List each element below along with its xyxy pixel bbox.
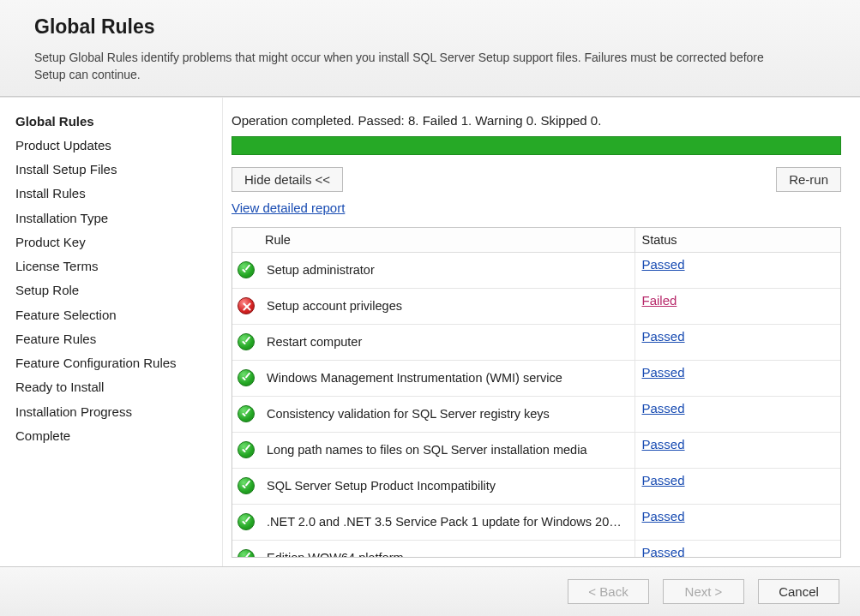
check-icon bbox=[238, 405, 255, 422]
rules-table-header-status: Status bbox=[634, 228, 840, 253]
table-row: Setup administratorPassed bbox=[232, 252, 840, 288]
rule-status-link[interactable]: Passed bbox=[642, 329, 685, 344]
sidebar-item[interactable]: Setup Role bbox=[15, 282, 213, 299]
rule-status-link[interactable]: Passed bbox=[642, 509, 685, 523]
progress-bar bbox=[232, 136, 841, 155]
operation-status: Operation completed. Passed: 8. Failed 1… bbox=[232, 113, 841, 128]
rule-status-link[interactable]: Passed bbox=[642, 437, 685, 452]
page-title: Global Rules bbox=[34, 15, 826, 39]
rule-status-cell: Passed bbox=[634, 396, 840, 432]
rule-status-cell: Passed bbox=[634, 540, 840, 558]
sidebar-item[interactable]: Product Updates bbox=[15, 137, 213, 154]
main-panel: Operation completed. Passed: 8. Failed 1… bbox=[223, 98, 860, 566]
sidebar-item[interactable]: Installation Type bbox=[15, 210, 213, 227]
rule-name-cell: Consistency validation for SQL Server re… bbox=[260, 396, 634, 432]
rule-status-icon-cell bbox=[232, 252, 260, 288]
check-icon bbox=[238, 333, 255, 350]
table-row: Long path names to files on SQL Server i… bbox=[232, 432, 840, 468]
hide-details-button[interactable]: Hide details << bbox=[232, 167, 343, 192]
rule-status-link[interactable]: Passed bbox=[642, 257, 685, 272]
error-icon bbox=[238, 297, 255, 314]
rule-status-icon-cell bbox=[232, 432, 260, 468]
table-row: Edition WOW64 platformPassed bbox=[232, 540, 840, 558]
footer: < Back Next > Cancel bbox=[0, 566, 860, 616]
back-button[interactable]: < Back bbox=[568, 579, 649, 604]
view-detailed-report-link[interactable]: View detailed report bbox=[232, 200, 841, 215]
rules-table-header-icon bbox=[232, 228, 260, 253]
table-row: Setup account privilegesFailed bbox=[232, 288, 840, 324]
rule-status-icon-cell bbox=[232, 396, 260, 432]
check-icon bbox=[238, 369, 255, 386]
sidebar-item[interactable]: Complete bbox=[15, 428, 213, 445]
rule-name-cell: Edition WOW64 platform bbox=[260, 540, 634, 558]
rule-name-cell: .NET 2.0 and .NET 3.5 Service Pack 1 upd… bbox=[260, 504, 634, 540]
table-row: .NET 2.0 and .NET 3.5 Service Pack 1 upd… bbox=[232, 504, 840, 540]
next-button[interactable]: Next > bbox=[663, 579, 744, 604]
rule-status-link[interactable]: Passed bbox=[642, 401, 685, 416]
rule-status-icon-cell bbox=[232, 288, 260, 324]
rule-name-cell: Setup account privileges bbox=[260, 288, 634, 324]
check-icon bbox=[238, 261, 255, 278]
rule-status-icon-cell bbox=[232, 468, 260, 504]
rule-status-cell: Passed bbox=[634, 504, 840, 540]
rule-status-cell: Passed bbox=[634, 252, 840, 288]
check-icon bbox=[238, 549, 255, 558]
sidebar-item[interactable]: Feature Selection bbox=[15, 307, 213, 324]
rule-name-cell: SQL Server Setup Product Incompatibility bbox=[260, 468, 634, 504]
table-row: SQL Server Setup Product Incompatibility… bbox=[232, 468, 840, 504]
header: Global Rules Setup Global Rules identify… bbox=[0, 0, 860, 97]
rule-status-cell: Failed bbox=[634, 288, 840, 324]
rule-status-icon-cell bbox=[232, 540, 260, 558]
rule-name-cell: Restart computer bbox=[260, 324, 634, 360]
sidebar-item[interactable]: License Terms bbox=[15, 258, 213, 275]
check-icon bbox=[238, 513, 255, 530]
sidebar: Global RulesProduct UpdatesInstall Setup… bbox=[0, 98, 223, 566]
rule-status-icon-cell bbox=[232, 324, 260, 360]
rules-table-container: Rule Status Setup administratorPassedSet… bbox=[232, 227, 841, 558]
rule-status-icon-cell bbox=[232, 504, 260, 540]
sidebar-item[interactable]: Feature Configuration Rules bbox=[15, 355, 213, 372]
sidebar-item[interactable]: Installation Progress bbox=[15, 404, 213, 421]
sidebar-item[interactable]: Product Key bbox=[15, 234, 213, 251]
page-subtitle: Setup Global Rules identify problems tha… bbox=[34, 49, 789, 84]
rerun-button[interactable]: Re-run bbox=[776, 167, 841, 192]
rule-status-cell: Passed bbox=[634, 432, 840, 468]
rule-status-link[interactable]: Passed bbox=[642, 365, 685, 380]
rule-name-cell: Long path names to files on SQL Server i… bbox=[260, 432, 634, 468]
table-row: Restart computerPassed bbox=[232, 324, 840, 360]
rule-status-icon-cell bbox=[232, 360, 260, 396]
rule-status-cell: Passed bbox=[634, 468, 840, 504]
sidebar-item[interactable]: Install Rules bbox=[15, 185, 213, 202]
check-icon bbox=[238, 441, 255, 458]
rule-status-link[interactable]: Passed bbox=[642, 545, 685, 558]
sidebar-item[interactable]: Ready to Install bbox=[15, 379, 213, 396]
table-row: Consistency validation for SQL Server re… bbox=[232, 396, 840, 432]
sidebar-item[interactable]: Global Rules bbox=[15, 113, 213, 130]
sidebar-item[interactable]: Install Setup Files bbox=[15, 161, 213, 178]
table-row: Windows Management Instrumentation (WMI)… bbox=[232, 360, 840, 396]
check-icon bbox=[238, 477, 255, 494]
rule-name-cell: Setup administrator bbox=[260, 252, 634, 288]
rules-table: Rule Status Setup administratorPassedSet… bbox=[232, 228, 840, 558]
rule-status-cell: Passed bbox=[634, 324, 840, 360]
rule-status-cell: Passed bbox=[634, 360, 840, 396]
sidebar-item[interactable]: Feature Rules bbox=[15, 331, 213, 348]
rule-status-link[interactable]: Failed bbox=[642, 293, 677, 308]
rule-status-link[interactable]: Passed bbox=[642, 473, 685, 487]
rule-name-cell: Windows Management Instrumentation (WMI)… bbox=[260, 360, 634, 396]
rules-table-header-rule: Rule bbox=[260, 228, 634, 253]
cancel-button[interactable]: Cancel bbox=[758, 579, 839, 604]
